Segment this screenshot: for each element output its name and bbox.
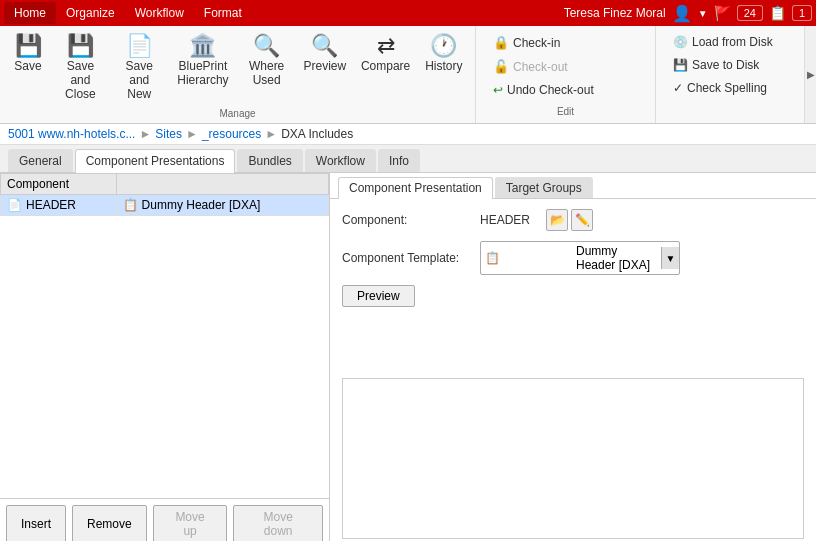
insert-button[interactable]: Insert — [6, 505, 66, 541]
inner-tab-target-groups[interactable]: Target Groups — [495, 177, 593, 198]
menu-format[interactable]: Format — [194, 2, 252, 24]
menu-home[interactable]: Home — [4, 2, 56, 24]
col-component: Component — [1, 174, 117, 195]
edit-right-section: 💿 Load from Disk 💾 Save to Disk ✓ Check … — [656, 26, 816, 123]
inner-tabs-bar: Component Presentation Target Groups — [330, 173, 816, 199]
menu-workflow[interactable]: Workflow — [125, 2, 194, 24]
component-label: Component: — [342, 213, 472, 227]
breadcrumb-item-2[interactable]: _resources — [202, 127, 261, 141]
checkout-label: Check-out — [513, 60, 568, 74]
template-label: Component Template: — [342, 251, 472, 265]
menu-organize[interactable]: Organize — [56, 2, 125, 24]
preview-detail-button[interactable]: Preview — [342, 285, 415, 307]
left-panel-buttons: Insert Remove Move up Move down — [0, 498, 329, 541]
remove-button[interactable]: Remove — [72, 505, 147, 541]
preview-btn-row: Preview — [342, 285, 804, 315]
template-dropdown-value: Dummy Header [DXA] — [570, 242, 661, 274]
breadcrumb-item-0[interactable]: 5001 www.nh-hotels.c... — [8, 127, 135, 141]
save-label: Save — [14, 59, 41, 73]
tab-component-presentations[interactable]: Component Presentations — [75, 149, 236, 173]
badge-count2[interactable]: 1 — [792, 5, 812, 21]
breadcrumb-sep-1: ► — [186, 127, 198, 141]
compare-label: Compare — [361, 59, 410, 73]
check-spelling-button[interactable]: ✓ Check Spelling — [666, 78, 806, 98]
undo-checkout-icon: ↩ — [493, 83, 503, 97]
user-area: Teresa Finez Moral 👤 ▼ 🚩 24 📋 1 — [564, 4, 812, 23]
save-close-icon: 💾 — [67, 35, 94, 57]
user-dropdown-icon[interactable]: ▼ — [698, 8, 708, 19]
tabs-bar: General Component Presentations Bundles … — [0, 145, 816, 173]
where-used-label: Where Used — [245, 59, 288, 87]
blueprint-icon: 🏛️ — [189, 35, 216, 57]
tab-general[interactable]: General — [8, 149, 73, 172]
blueprint-label: BluePrint Hierarchy — [177, 59, 230, 87]
cell-dummy-header: 📋 Dummy Header [DXA] — [116, 195, 328, 216]
menu-bar: Home Organize Workflow Format Teresa Fin… — [0, 0, 816, 26]
check-spelling-icon: ✓ — [673, 81, 683, 95]
right-panel-content: Component: HEADER 📂 ✏️ Component Templat… — [330, 199, 816, 378]
template-dropdown-btn[interactable]: ▼ — [661, 247, 679, 269]
template-dropdown-icon: 📋 — [481, 249, 570, 267]
save-button[interactable]: 💾 Save — [6, 30, 50, 78]
checkin-button[interactable]: 🔒 Check-in — [486, 32, 645, 53]
save-new-button[interactable]: 📄 Save and New — [111, 30, 168, 106]
component-edit-icon[interactable]: ✏️ — [571, 209, 593, 231]
template-field-row: Component Template: 📋 Dummy Header [DXA]… — [342, 241, 804, 275]
badge-count[interactable]: 24 — [737, 5, 763, 21]
save-disk-icon: 💾 — [673, 58, 688, 72]
component-table: Component 📄 HEADER — [0, 173, 329, 216]
where-used-button[interactable]: 🔍 Where Used — [238, 30, 295, 92]
flag-icon: 🚩 — [714, 5, 731, 21]
notepad-icon: 📋 — [769, 5, 786, 21]
table-row[interactable]: 📄 HEADER 📋 Dummy Header [DXA] — [1, 195, 329, 216]
preview-ribbon-icon: 🔍 — [311, 35, 338, 57]
save-new-icon: 📄 — [126, 35, 153, 57]
history-label: History — [425, 59, 462, 73]
breadcrumb-sep-0: ► — [139, 127, 151, 141]
edit-section: 🔒 Check-in 🔓 Check-out ↩ Undo Check-out … — [476, 26, 656, 123]
compare-button[interactable]: ⇄ Compare — [355, 30, 417, 78]
move-down-button[interactable]: Move down — [233, 505, 323, 541]
inner-tab-component-presentation[interactable]: Component Presentation — [338, 177, 493, 199]
tab-workflow[interactable]: Workflow — [305, 149, 376, 172]
blueprint-button[interactable]: 🏛️ BluePrint Hierarchy — [170, 30, 237, 92]
template-dropdown[interactable]: 📋 Dummy Header [DXA] ▼ — [480, 241, 680, 275]
compare-icon: ⇄ — [377, 35, 395, 57]
breadcrumb-sep-2: ► — [265, 127, 277, 141]
component-value: HEADER — [480, 213, 530, 227]
col-empty — [116, 174, 328, 195]
load-disk-icon: 💿 — [673, 35, 688, 49]
breadcrumb-item-3: DXA Includes — [281, 127, 353, 141]
save-new-label: Save and New — [118, 59, 161, 101]
manage-section: 💾 Save 💾 Save and Close 📄 Save and New 🏛… — [0, 26, 476, 123]
left-panel: Component 📄 HEADER — [0, 173, 330, 541]
move-up-button[interactable]: Move up — [153, 505, 228, 541]
save-close-button[interactable]: 💾 Save and Close — [52, 30, 109, 106]
component-field-row: Component: HEADER 📂 ✏️ — [342, 209, 804, 231]
checkout-icon: 🔓 — [493, 59, 509, 74]
cell-header-value: HEADER — [26, 198, 76, 212]
component-icon: 📄 — [7, 198, 22, 212]
breadcrumb-item-1[interactable]: Sites — [155, 127, 182, 141]
tab-bundles[interactable]: Bundles — [237, 149, 302, 172]
ribbon-expand-button[interactable]: ▶ — [804, 26, 816, 123]
undo-checkout-label: Undo Check-out — [507, 83, 594, 97]
cell-header: 📄 HEADER — [1, 195, 117, 216]
history-icon: 🕐 — [430, 35, 457, 57]
preview-ribbon-button[interactable]: 🔍 Preview — [297, 30, 353, 78]
undo-checkout-button[interactable]: ↩ Undo Check-out — [486, 80, 645, 100]
where-used-icon: 🔍 — [253, 35, 280, 57]
load-disk-button[interactable]: 💿 Load from Disk — [666, 32, 806, 52]
manage-buttons: 💾 Save 💾 Save and Close 📄 Save and New 🏛… — [6, 30, 469, 106]
breadcrumb: 5001 www.nh-hotels.c... ► Sites ► _resou… — [0, 124, 816, 145]
load-disk-label: Load from Disk — [692, 35, 773, 49]
component-browse-icon[interactable]: 📂 — [546, 209, 568, 231]
ribbon: 💾 Save 💾 Save and Close 📄 Save and New 🏛… — [0, 26, 816, 124]
cell-dummy-value: Dummy Header [DXA] — [142, 198, 261, 212]
history-button[interactable]: 🕐 History — [419, 30, 469, 78]
save-disk-button[interactable]: 💾 Save to Disk — [666, 55, 806, 75]
save-close-label: Save and Close — [59, 59, 102, 101]
tab-info[interactable]: Info — [378, 149, 420, 172]
checkout-button[interactable]: 🔓 Check-out — [486, 56, 645, 77]
checkin-label: Check-in — [513, 36, 560, 50]
